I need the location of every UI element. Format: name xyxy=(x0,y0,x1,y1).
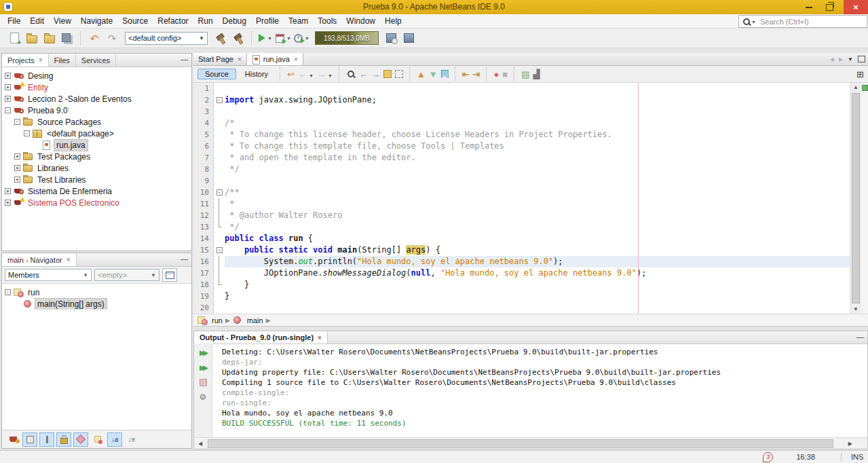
breadcrumb-item[interactable]: main xyxy=(233,316,263,325)
menu-run[interactable]: Run xyxy=(193,14,218,28)
config-select[interactable]: <default config>▼ xyxy=(125,32,208,45)
menu-tools[interactable]: Tools xyxy=(313,14,341,28)
stop-macro-button[interactable]: ■ xyxy=(502,70,508,79)
minimize-panel-button[interactable]: — xyxy=(181,255,188,263)
output-horizontal-scrollbar[interactable]: ◀ ▶ xyxy=(194,437,867,449)
maximize-button[interactable] xyxy=(820,0,838,14)
tree-item-test-packages[interactable]: +Test Packages xyxy=(2,151,191,162)
menu-team[interactable]: Team xyxy=(284,14,313,28)
code-line[interactable]: 5 * To change this license header, choos… xyxy=(193,129,868,141)
memory-indicator[interactable]: 193,8/513,0MB xyxy=(315,31,379,45)
previous-occurrence-button[interactable]: ← xyxy=(359,70,368,79)
run-project-button[interactable]: ▼ xyxy=(258,31,273,45)
notifications-button[interactable]: 3 xyxy=(763,452,773,462)
source-view-button[interactable]: Source xyxy=(197,69,236,79)
tab-list-button[interactable]: ▼ xyxy=(848,56,853,62)
filter-classes-button[interactable] xyxy=(90,432,105,447)
back-button[interactable]: ←▼ xyxy=(298,70,314,79)
toggle-plus-icon[interactable]: + xyxy=(14,153,20,160)
code-line[interactable]: 18 } xyxy=(193,279,868,291)
tree-item-default-package[interactable]: -<default package> xyxy=(2,128,191,139)
gc-button[interactable] xyxy=(384,31,399,45)
tree-item-leccion-2-salon-de-eventos[interactable]: +Leccion 2 -Salon de Eventos xyxy=(2,93,191,105)
code-line[interactable]: 16 System.out.println("Hola mundo, soy e… xyxy=(193,256,868,267)
output-tab[interactable]: Output - Prueba_9.0 (run-single)× xyxy=(194,331,328,344)
breadcrumb-item[interactable]: run xyxy=(197,316,223,325)
redo-button[interactable]: ↷ xyxy=(105,31,119,45)
search-input[interactable]: Search (Ctrl+I) xyxy=(760,18,809,26)
code-line[interactable]: 12 * @author Walter Rosero xyxy=(193,210,868,221)
code-line[interactable]: 17 JOptionPane.showMessageDialog(null, "… xyxy=(193,267,868,279)
toggle-plus-icon[interactable]: + xyxy=(14,165,20,171)
tree-item-libraries[interactable]: +Libraries xyxy=(2,162,191,174)
minimize-button[interactable] xyxy=(800,0,818,14)
editor-vertical-scrollbar[interactable]: ▲ ▼ xyxy=(850,83,861,314)
editor-tab-run-java[interactable]: run.java× xyxy=(247,53,303,65)
toggle-highlight-button[interactable] xyxy=(383,70,392,78)
close-tab-icon[interactable]: × xyxy=(67,256,71,263)
code-line[interactable]: 6 * To change this template file, choose… xyxy=(193,141,868,152)
close-tab-icon[interactable]: × xyxy=(318,334,322,341)
tree-item-sistema-de-enfermeria[interactable]: +Sistema De Enfermeria xyxy=(2,185,191,197)
menu-help[interactable]: Help xyxy=(380,14,407,28)
tree-item-run-java[interactable]: run.java xyxy=(2,139,191,151)
menu-debug[interactable]: Debug xyxy=(218,14,251,28)
new-file-button[interactable]: + xyxy=(7,31,22,45)
toggle-minus-icon[interactable]: - xyxy=(14,119,20,125)
minimize-panel-button[interactable]: — xyxy=(181,55,188,63)
toggle-plus-icon[interactable]: + xyxy=(5,188,11,194)
code-line[interactable]: 4/* xyxy=(193,117,868,129)
shift-right-button[interactable]: ⇥ xyxy=(473,70,480,79)
fold-collapse-icon[interactable]: - xyxy=(216,97,223,103)
profile-project-button[interactable]: ▼ xyxy=(294,31,309,45)
menu-source[interactable]: Source xyxy=(117,14,153,28)
scroll-right-icon[interactable]: ▶ xyxy=(848,438,852,449)
show-non-public-members-button[interactable] xyxy=(56,432,71,447)
code-line[interactable]: 2-import javax.swing.JOptionPane; xyxy=(193,94,868,106)
menu-window[interactable]: Window xyxy=(341,14,380,28)
tree-item-entity[interactable]: +Entity xyxy=(2,81,191,93)
forward-dropdown-icon[interactable]: ▼ xyxy=(328,73,333,78)
ant-settings-button[interactable]: ⚙ xyxy=(197,392,209,403)
shift-left-button[interactable]: ⇤ xyxy=(462,70,470,79)
toggle-plus-icon[interactable]: + xyxy=(5,84,11,90)
code-line[interactable]: 14public class run { xyxy=(193,233,868,244)
code-line[interactable]: 3 xyxy=(193,106,868,117)
code-line[interactable]: 8 */ xyxy=(193,164,868,175)
code-line[interactable]: 7 * and open the template in the editor. xyxy=(193,152,868,164)
last-edit-button[interactable]: ↩ xyxy=(287,70,295,79)
toggle-plus-icon[interactable]: + xyxy=(5,200,11,206)
split-document-button[interactable]: ⊞ xyxy=(856,69,864,79)
scrollbar-thumb[interactable] xyxy=(208,439,833,448)
tree-item-main-string-args[interactable]: main(String[] args) xyxy=(2,298,191,310)
new-project-button[interactable] xyxy=(24,31,39,45)
scroll-left-icon[interactable]: ◀ xyxy=(198,438,202,449)
error-stripe[interactable] xyxy=(861,83,868,314)
run-dropdown-icon[interactable]: ▼ xyxy=(267,36,272,41)
menu-file[interactable]: File xyxy=(3,14,25,28)
heap-button[interactable] xyxy=(402,31,417,45)
code-line[interactable]: 9 xyxy=(193,175,868,187)
tree-item-prueba-9-0[interactable]: -Prueba 9.0 xyxy=(2,105,191,116)
rerun-button[interactable]: ▶▶ xyxy=(197,347,209,358)
inheritance-filter-select[interactable]: <empty>▼ xyxy=(94,269,159,281)
menu-view[interactable]: View xyxy=(49,14,76,28)
rectangular-selection-button[interactable] xyxy=(395,70,403,78)
show-fields-button[interactable] xyxy=(22,432,37,447)
scroll-up-icon[interactable]: ▲ xyxy=(850,84,861,90)
tree-item-test-libraries[interactable]: +Test Libraries xyxy=(2,174,191,185)
fold-collapse-icon[interactable]: - xyxy=(216,189,223,196)
start-macro-button[interactable]: ● xyxy=(493,70,499,79)
toggle-minus-icon[interactable]: - xyxy=(24,130,30,136)
next-occurrence-button[interactable]: → xyxy=(371,70,380,79)
rerun-with-params-button[interactable]: ▶▶ xyxy=(197,362,209,373)
comment-button[interactable]: ▤ xyxy=(521,70,529,79)
open-project-button[interactable] xyxy=(42,31,57,45)
show-anonymous-inner-classes-button[interactable] xyxy=(73,432,88,447)
history-view-button[interactable]: History xyxy=(240,69,273,79)
fold-collapse-icon[interactable]: - xyxy=(216,247,223,253)
scroll-down-icon[interactable]: ▼ xyxy=(850,306,861,312)
files-tab[interactable]: Files xyxy=(49,54,76,67)
uncomment-button[interactable]: ▟ xyxy=(533,70,540,79)
code-line[interactable]: 20 xyxy=(193,302,868,314)
